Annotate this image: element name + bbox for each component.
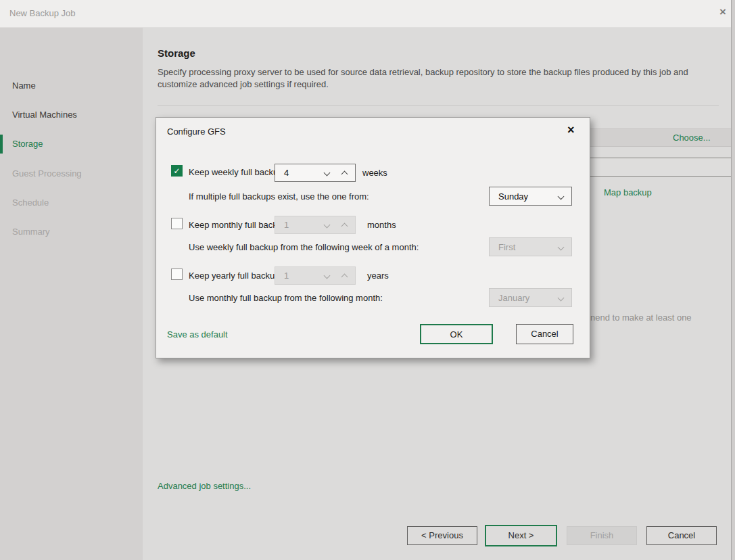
configure-gfs-dialog: Configure GFS × ✓ Keep weekly full backu…	[156, 117, 590, 358]
choose-link[interactable]: Choose...	[673, 133, 711, 143]
sidebar-item-summary[interactable]: Summary	[12, 227, 50, 237]
page-description: Specify processing proxy server to be us…	[158, 66, 707, 91]
chevron-down-icon	[558, 295, 565, 302]
yearly-unit-label: years	[367, 271, 389, 281]
checkmark-icon: ✓	[173, 166, 180, 176]
dialog-close-icon[interactable]: ×	[567, 123, 575, 137]
spinner-up-icon	[341, 223, 348, 230]
chevron-down-icon	[558, 244, 565, 251]
page-title: Storage	[158, 47, 195, 59]
yearly-checkbox[interactable]	[171, 269, 183, 280]
window-title: New Backup Job	[9, 8, 76, 18]
previous-button[interactable]: < Previous	[407, 526, 477, 545]
spinner-down-icon	[324, 222, 331, 229]
monthly-count-value: 1	[284, 220, 289, 230]
weekly-count-spinner[interactable]: 4	[275, 164, 356, 182]
step-label: Summary	[12, 227, 50, 237]
weekly-checkbox[interactable]: ✓	[171, 165, 183, 177]
spinner-down-icon	[324, 273, 331, 279]
weekday-value: Sunday	[498, 191, 528, 202]
step-label: Name	[12, 80, 36, 91]
yearly-sub-label: Use monthly full backup from the followi…	[189, 293, 383, 303]
divider	[158, 105, 719, 106]
dialog-cancel-button[interactable]: Cancel	[516, 324, 573, 344]
chevron-down-icon	[558, 193, 565, 200]
map-backup-link[interactable]: Map backup	[604, 187, 652, 197]
weekly-count-value: 4	[284, 168, 289, 178]
next-button[interactable]: Next >	[485, 525, 557, 546]
weekly-sub-label: If multiple full backups exist, use the …	[189, 191, 369, 202]
window-close-icon[interactable]: ×	[719, 5, 726, 19]
weekday-dropdown[interactable]: Sunday	[489, 187, 572, 206]
sidebar-item-storage[interactable]: Storage	[12, 139, 43, 149]
advanced-job-settings-link[interactable]: Advanced job settings...	[158, 481, 251, 491]
yearly-count-value: 1	[284, 271, 289, 281]
save-as-default-link[interactable]: Save as default	[167, 329, 228, 340]
repository-field[interactable]	[575, 129, 735, 147]
spinner-up-icon	[341, 274, 348, 281]
active-step-indicator	[0, 135, 3, 154]
week-of-month-dropdown: First	[489, 237, 572, 256]
sidebar-item-virtual-machines[interactable]: Virtual Machines	[12, 110, 77, 120]
monthly-unit-label: months	[367, 220, 396, 230]
month-dropdown: January	[489, 288, 572, 307]
ok-button[interactable]: OK	[420, 324, 493, 344]
monthly-sub-label: Use weekly full backup from the followin…	[189, 242, 419, 252]
window-edge	[731, 0, 735, 560]
wizard-steps-sidebar: Name Virtual Machines Storage Guest Proc…	[0, 28, 143, 560]
sidebar-item-name[interactable]: Name	[12, 80, 36, 91]
window-titlebar: New Backup Job ×	[0, 0, 735, 28]
week-of-month-value: First	[498, 242, 515, 252]
sidebar-item-schedule[interactable]: Schedule	[12, 197, 49, 208]
spinner-up-icon[interactable]	[341, 171, 348, 178]
month-value: January	[498, 293, 529, 303]
spinner-down-icon[interactable]	[324, 170, 331, 177]
yearly-count-spinner: 1	[275, 266, 356, 285]
step-label: Virtual Machines	[12, 110, 77, 120]
new-backup-job-window: New Backup Job × Name Virtual Machines S…	[0, 0, 735, 560]
step-label: Storage	[12, 139, 43, 149]
dialog-title: Configure GFS	[167, 126, 226, 137]
sidebar-item-guest-processing[interactable]: Guest Processing	[12, 168, 82, 179]
retention-hint-text: nend to make at least one	[590, 312, 692, 323]
step-label: Guest Processing	[12, 168, 82, 179]
step-label: Schedule	[12, 197, 49, 208]
weekly-unit-label: weeks	[362, 168, 387, 178]
cancel-button[interactable]: Cancel	[646, 526, 717, 545]
finish-button: Finish	[567, 526, 637, 545]
monthly-count-spinner: 1	[275, 216, 356, 234]
monthly-checkbox[interactable]	[171, 218, 183, 229]
